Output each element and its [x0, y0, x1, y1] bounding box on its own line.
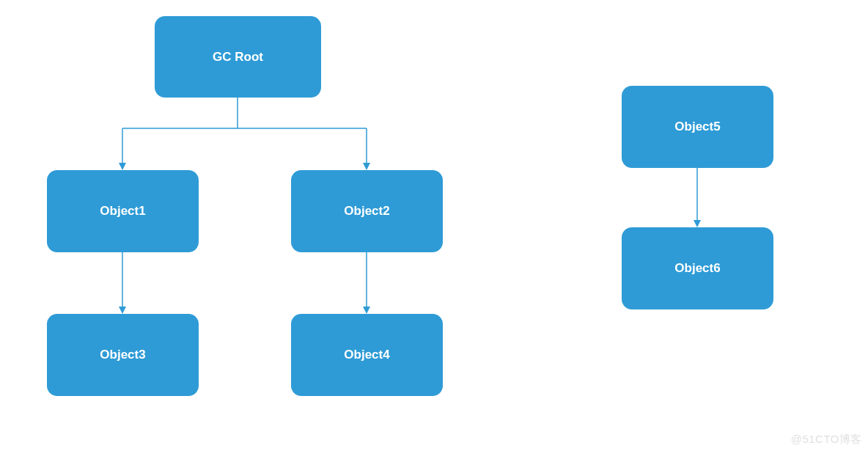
node-gc-root: GC Root [155, 16, 321, 98]
node-object6: Object6 [622, 227, 773, 309]
node-label: GC Root [213, 50, 263, 65]
node-label: Object5 [674, 120, 720, 134]
watermark-text: @51CTO博客 [791, 433, 862, 447]
node-label: Object6 [674, 261, 720, 276]
arrow-root-obj2 [363, 163, 370, 170]
node-label: Object1 [100, 204, 145, 219]
node-label: Object4 [344, 348, 389, 362]
arrow-obj5-obj6 [694, 220, 701, 227]
node-label: Object2 [344, 204, 389, 219]
node-label: Object3 [100, 348, 145, 362]
arrow-obj2-obj4 [363, 307, 370, 314]
arrow-obj1-obj3 [119, 307, 126, 314]
node-object3: Object3 [47, 314, 199, 396]
arrow-root-obj1 [119, 163, 126, 170]
node-object4: Object4 [291, 314, 443, 396]
node-object1: Object1 [47, 170, 199, 252]
node-object5: Object5 [622, 86, 773, 168]
node-object2: Object2 [291, 170, 443, 252]
